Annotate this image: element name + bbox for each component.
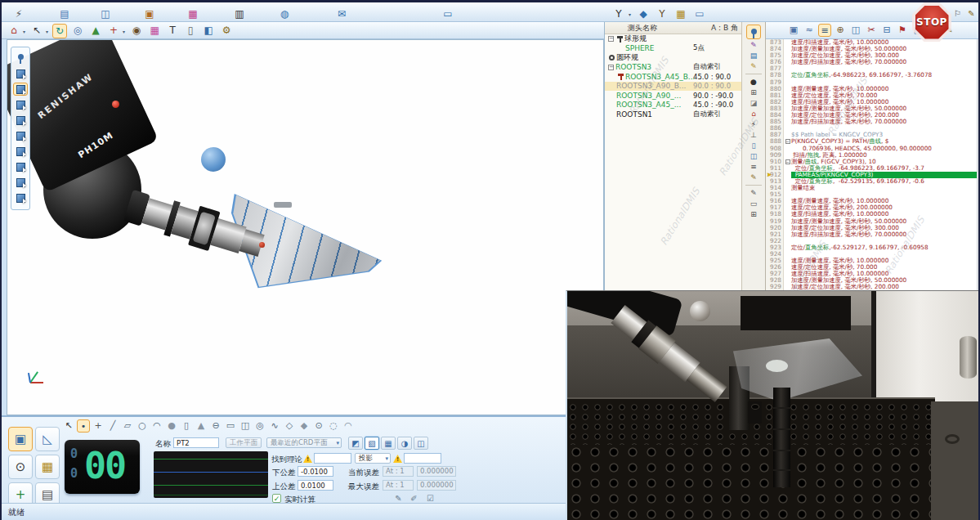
ink-stamp-icon[interactable]: ● (747, 77, 761, 87)
tab-probe[interactable]: ◩ (348, 437, 363, 450)
doc-export-icon[interactable]: ▯ (747, 141, 761, 150)
text-label-icon[interactable]: T (165, 24, 180, 38)
sphere-icon[interactable]: ● (165, 419, 178, 433)
tab-angle[interactable]: ◑ (397, 437, 412, 450)
copy-add-icon[interactable]: ◫ (747, 151, 761, 161)
theory-input[interactable] (314, 453, 351, 464)
cylinder-icon[interactable]: ▯ (180, 419, 193, 433)
probe-angle-icon[interactable]: Y (655, 7, 669, 22)
paste-back-icon[interactable]: ⊟ (880, 24, 893, 37)
realtime-checkbox[interactable]: ✓ (272, 494, 281, 503)
outline-icon[interactable]: ≈ (803, 24, 816, 37)
monitor-2-icon[interactable]: ▭ (747, 199, 761, 208)
pointer-icon[interactable]: ↖ (29, 24, 44, 38)
coord-axes-dropdown-arrow[interactable]: ▾ (123, 29, 125, 34)
line-list-icon[interactable]: ≡ (818, 24, 831, 37)
tab-table[interactable]: ▦ (381, 437, 396, 450)
stack-icon[interactable]: ◫ (239, 419, 252, 433)
select-none-icon[interactable] (13, 67, 28, 80)
lower-tolerance-input[interactable] (298, 466, 333, 477)
viewport-pin-icon[interactable] (13, 50, 28, 65)
probe-stand-icon[interactable]: ⊥ (747, 130, 761, 140)
palette-icon[interactable]: ▦ (186, 7, 200, 22)
import-box-icon[interactable]: ⊞ (747, 87, 761, 97)
polygon-icon[interactable]: ◇ (283, 419, 296, 433)
circle-icon[interactable]: ○ (136, 419, 149, 433)
save-icon[interactable]: ▣ (787, 24, 800, 37)
torus-icon[interactable]: ◎ (253, 419, 266, 433)
printer-icon[interactable]: ▥ (232, 7, 247, 22)
plane-dropdown[interactable]: 最靠近的CRD平面 (266, 437, 342, 448)
pan-hand-icon[interactable]: ⊕ (834, 24, 847, 37)
probe-tree-row[interactable]: ROOTSN1自动索引 (605, 110, 741, 119)
visibility-eye-icon[interactable]: ◉ (129, 24, 144, 38)
disc-icon[interactable]: ⊙ (312, 419, 325, 433)
cone-icon[interactable]: ▲ (195, 419, 208, 433)
cut-icon[interactable]: ✂ (865, 24, 878, 37)
code-line[interactable]: 885加速度/扫描加速度, 毫米/秒秒, 70.000000 (766, 119, 977, 125)
probe-pick-icon[interactable]: ↖ (62, 419, 75, 433)
gear-pick-icon[interactable]: ⚙ (219, 24, 234, 38)
select-cube-icon[interactable] (13, 83, 28, 96)
code-scrollbar[interactable] (977, 39, 980, 292)
probe-tree-row[interactable]: −ROOTSN3自动索引 (605, 63, 741, 73)
code-editor[interactable]: 873速度/扫描速度, 毫米/秒, 10.000000874加速度/测量加速度,… (766, 39, 977, 292)
probe-tool-button[interactable]: ⊙ (8, 455, 33, 479)
slot-icon[interactable]: ▭ (224, 419, 237, 433)
pen-edit-icon[interactable]: ✎ (965, 8, 978, 20)
ring-icon[interactable]: ◌ (327, 419, 340, 433)
point-icon[interactable]: • (77, 419, 90, 433)
document-icon[interactable]: ▤ (57, 7, 72, 22)
view-reset-icon[interactable]: ↻ (52, 24, 67, 38)
flag-marker-icon[interactable]: ⚐ (951, 8, 964, 20)
workplane-button[interactable]: 工作平面 (226, 437, 262, 448)
slice-view-icon[interactable] (13, 176, 28, 189)
screen-view-icon[interactable]: ▭ (692, 7, 707, 22)
probe-tree-row[interactable]: 圆环规 (605, 53, 741, 63)
spin-view-icon[interactable] (13, 145, 28, 158)
globe-icon[interactable]: ◍ (277, 7, 292, 22)
coord-axes-icon[interactable]: + (106, 24, 121, 38)
zoom-region-icon[interactable]: ◎ (70, 24, 85, 38)
probe-tree-row[interactable]: ROOTSN3_A45_B...45.0 : 90.0 (605, 72, 741, 82)
expand-box-icon[interactable]: − (608, 36, 614, 42)
arc-icon[interactable]: ◠ (150, 419, 163, 433)
projection-input[interactable] (404, 453, 441, 464)
power-plug-icon[interactable]: ⚡ (11, 7, 26, 22)
probe-tree-row[interactable]: −球形规 (605, 34, 741, 44)
probe-pick-icon[interactable] (13, 191, 28, 204)
color-swatch-icon[interactable]: ▦ (147, 24, 162, 38)
sphere-tool-icon[interactable]: ◆ (636, 7, 651, 22)
projection-dropdown[interactable]: 投影 (355, 453, 391, 464)
3d-viewport[interactable]: RENISHAW PH10M (7, 39, 604, 415)
layers-icon[interactable]: ▤ (747, 51, 761, 61)
fold-box-icon[interactable]: − (785, 139, 790, 144)
home-view-dropdown-arrow[interactable]: ▾ (23, 29, 25, 34)
code-line[interactable]: 921加速度/扫描加速度, 毫米/秒秒, 70.000000 (766, 231, 977, 238)
probe-tree-row[interactable]: ROOTSN3_A90_...90.0 : -90.0 (605, 91, 741, 101)
comment-icon[interactable]: ✉ (334, 7, 349, 22)
note-2-icon[interactable]: ✎ (747, 173, 761, 182)
line-icon[interactable]: ╱ (106, 419, 119, 433)
plane-icon[interactable]: ▱ (121, 419, 134, 433)
hexagon-icon[interactable]: ◆ (298, 419, 311, 433)
probe-cube-button[interactable]: ▣ (8, 427, 33, 451)
hook-icon[interactable]: ◠ (342, 419, 355, 433)
tab-graph[interactable]: ▧ (365, 437, 379, 450)
probe-tree-row[interactable]: ROOTSN3_A90_B...90.0 : 90.0 (605, 82, 741, 92)
expand-box-icon[interactable]: − (608, 65, 614, 70)
monitor-add-icon[interactable]: ⊞ (747, 209, 761, 219)
caliper-button[interactable]: ◺ (35, 427, 60, 451)
cylinder-clip-icon[interactable]: ▯ (183, 24, 198, 38)
pick-cube-icon[interactable]: ◧ (201, 24, 216, 38)
name-input[interactable] (173, 437, 219, 448)
select-edge-icon[interactable] (13, 114, 28, 127)
code-line[interactable]: 876加速度/扫描加速度, 毫米/秒秒, 70.000000 (766, 59, 977, 65)
tab-report[interactable]: ◫ (414, 437, 428, 450)
copy-lines-icon[interactable]: ◫ (849, 24, 862, 37)
probe-config-icon[interactable]: Y (611, 7, 626, 22)
edit-2-icon[interactable]: ✎ (747, 188, 761, 198)
probe-tree-header[interactable]: 测头名称 A : B 角 (605, 22, 741, 34)
scene-tree-icon[interactable]: ▲ (88, 24, 103, 38)
probe-config-dropdown-arrow[interactable]: ▾ (629, 11, 631, 17)
